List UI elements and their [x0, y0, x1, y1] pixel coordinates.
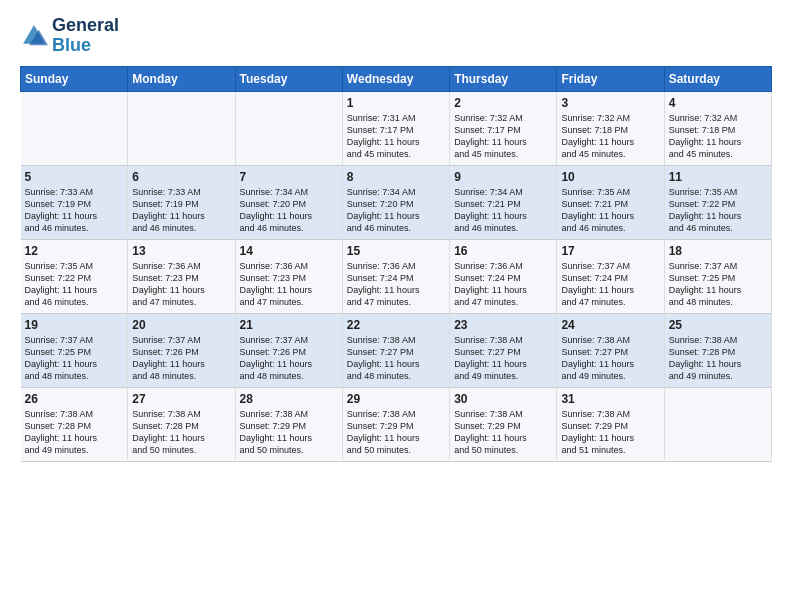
day-cell: 1Sunrise: 7:31 AMSunset: 7:17 PMDaylight…	[342, 91, 449, 165]
day-info: Daylight: 11 hours	[132, 432, 230, 444]
day-number: 24	[561, 318, 659, 332]
day-cell: 5Sunrise: 7:33 AMSunset: 7:19 PMDaylight…	[21, 165, 128, 239]
day-info: Daylight: 11 hours	[561, 358, 659, 370]
day-info: and 46 minutes.	[669, 222, 767, 234]
day-cell: 6Sunrise: 7:33 AMSunset: 7:19 PMDaylight…	[128, 165, 235, 239]
day-info: and 48 minutes.	[240, 370, 338, 382]
day-cell	[664, 387, 771, 461]
day-info: Sunrise: 7:35 AM	[561, 186, 659, 198]
header-cell-friday: Friday	[557, 66, 664, 91]
day-number: 6	[132, 170, 230, 184]
day-info: Sunset: 7:27 PM	[347, 346, 445, 358]
day-cell: 31Sunrise: 7:38 AMSunset: 7:29 PMDayligh…	[557, 387, 664, 461]
day-cell: 8Sunrise: 7:34 AMSunset: 7:20 PMDaylight…	[342, 165, 449, 239]
day-info: Sunrise: 7:38 AM	[561, 334, 659, 346]
day-info: Sunrise: 7:38 AM	[240, 408, 338, 420]
day-info: and 45 minutes.	[347, 148, 445, 160]
header-cell-tuesday: Tuesday	[235, 66, 342, 91]
week-row-1: 1Sunrise: 7:31 AMSunset: 7:17 PMDaylight…	[21, 91, 772, 165]
week-row-5: 26Sunrise: 7:38 AMSunset: 7:28 PMDayligh…	[21, 387, 772, 461]
day-cell: 24Sunrise: 7:38 AMSunset: 7:27 PMDayligh…	[557, 313, 664, 387]
logo: General Blue	[20, 16, 119, 56]
day-cell: 18Sunrise: 7:37 AMSunset: 7:25 PMDayligh…	[664, 239, 771, 313]
day-cell: 12Sunrise: 7:35 AMSunset: 7:22 PMDayligh…	[21, 239, 128, 313]
day-cell: 23Sunrise: 7:38 AMSunset: 7:27 PMDayligh…	[450, 313, 557, 387]
day-number: 17	[561, 244, 659, 258]
day-info: and 50 minutes.	[240, 444, 338, 456]
logo-text: General Blue	[52, 16, 119, 56]
day-info: Sunrise: 7:38 AM	[132, 408, 230, 420]
day-info: Daylight: 11 hours	[669, 136, 767, 148]
header-cell-sunday: Sunday	[21, 66, 128, 91]
day-info: Sunset: 7:23 PM	[240, 272, 338, 284]
day-info: Sunrise: 7:35 AM	[25, 260, 124, 272]
day-info: Sunrise: 7:37 AM	[25, 334, 124, 346]
day-info: and 48 minutes.	[347, 370, 445, 382]
day-number: 2	[454, 96, 552, 110]
day-info: Daylight: 11 hours	[25, 358, 124, 370]
day-info: Sunset: 7:24 PM	[347, 272, 445, 284]
day-cell: 10Sunrise: 7:35 AMSunset: 7:21 PMDayligh…	[557, 165, 664, 239]
header-cell-saturday: Saturday	[664, 66, 771, 91]
day-info: and 47 minutes.	[561, 296, 659, 308]
day-info: Daylight: 11 hours	[561, 284, 659, 296]
day-cell: 7Sunrise: 7:34 AMSunset: 7:20 PMDaylight…	[235, 165, 342, 239]
day-info: and 50 minutes.	[454, 444, 552, 456]
day-number: 9	[454, 170, 552, 184]
day-cell: 28Sunrise: 7:38 AMSunset: 7:29 PMDayligh…	[235, 387, 342, 461]
day-info: Sunset: 7:26 PM	[240, 346, 338, 358]
day-info: Sunset: 7:19 PM	[132, 198, 230, 210]
day-info: Sunset: 7:28 PM	[25, 420, 124, 432]
day-info: and 48 minutes.	[132, 370, 230, 382]
day-cell: 21Sunrise: 7:37 AMSunset: 7:26 PMDayligh…	[235, 313, 342, 387]
day-info: Daylight: 11 hours	[347, 432, 445, 444]
day-info: Sunset: 7:28 PM	[669, 346, 767, 358]
day-number: 22	[347, 318, 445, 332]
day-info: Daylight: 11 hours	[561, 432, 659, 444]
day-info: and 48 minutes.	[25, 370, 124, 382]
day-info: Sunset: 7:17 PM	[347, 124, 445, 136]
day-info: and 51 minutes.	[561, 444, 659, 456]
day-info: and 49 minutes.	[25, 444, 124, 456]
day-info: Sunrise: 7:33 AM	[25, 186, 124, 198]
day-number: 3	[561, 96, 659, 110]
day-info: Sunset: 7:20 PM	[347, 198, 445, 210]
day-info: Sunset: 7:21 PM	[561, 198, 659, 210]
header-cell-wednesday: Wednesday	[342, 66, 449, 91]
day-info: Daylight: 11 hours	[240, 432, 338, 444]
day-info: Daylight: 11 hours	[347, 284, 445, 296]
day-info: Sunrise: 7:37 AM	[669, 260, 767, 272]
day-number: 12	[25, 244, 124, 258]
day-cell: 14Sunrise: 7:36 AMSunset: 7:23 PMDayligh…	[235, 239, 342, 313]
day-info: Daylight: 11 hours	[669, 210, 767, 222]
day-info: and 45 minutes.	[561, 148, 659, 160]
day-number: 15	[347, 244, 445, 258]
day-info: Daylight: 11 hours	[132, 358, 230, 370]
day-info: and 46 minutes.	[25, 222, 124, 234]
day-info: Sunset: 7:22 PM	[669, 198, 767, 210]
day-number: 26	[25, 392, 124, 406]
day-cell: 22Sunrise: 7:38 AMSunset: 7:27 PMDayligh…	[342, 313, 449, 387]
day-info: Daylight: 11 hours	[454, 210, 552, 222]
day-info: Sunrise: 7:33 AM	[132, 186, 230, 198]
day-info: Daylight: 11 hours	[454, 136, 552, 148]
day-info: and 47 minutes.	[132, 296, 230, 308]
day-info: Sunset: 7:18 PM	[669, 124, 767, 136]
day-number: 31	[561, 392, 659, 406]
day-info: Sunrise: 7:35 AM	[669, 186, 767, 198]
day-cell: 29Sunrise: 7:38 AMSunset: 7:29 PMDayligh…	[342, 387, 449, 461]
day-info: Sunrise: 7:38 AM	[561, 408, 659, 420]
day-info: Sunrise: 7:34 AM	[240, 186, 338, 198]
day-number: 13	[132, 244, 230, 258]
day-info: Sunrise: 7:38 AM	[347, 408, 445, 420]
day-info: and 49 minutes.	[669, 370, 767, 382]
day-info: Daylight: 11 hours	[454, 358, 552, 370]
day-cell	[128, 91, 235, 165]
day-number: 16	[454, 244, 552, 258]
day-info: and 47 minutes.	[240, 296, 338, 308]
day-number: 14	[240, 244, 338, 258]
day-info: and 50 minutes.	[347, 444, 445, 456]
day-info: Sunset: 7:18 PM	[561, 124, 659, 136]
day-info: Sunset: 7:25 PM	[25, 346, 124, 358]
day-cell: 19Sunrise: 7:37 AMSunset: 7:25 PMDayligh…	[21, 313, 128, 387]
